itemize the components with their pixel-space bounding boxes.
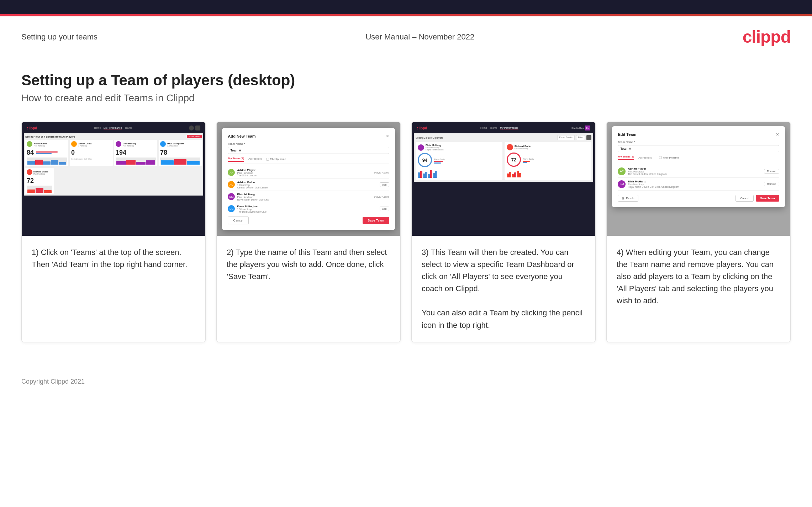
page-content: Setting up a Team of players (desktop) H… xyxy=(0,54,812,378)
modal1-avatar-2: AC xyxy=(228,181,235,188)
sc3-logo: clippd xyxy=(417,126,427,130)
modal1-player-1: AP Adrian Player Plus HandicapThe Shire … xyxy=(228,167,389,179)
modal1-filter: Filter by name xyxy=(266,158,286,161)
card-3: clippd Home Teams My Performance Blair M… xyxy=(411,122,596,342)
cards-row: clippd Home My Performance Teams Seeing … xyxy=(21,122,791,342)
page-footer: Copyright Clippd 2021 xyxy=(0,378,812,396)
screenshot-1: clippd Home My Performance Teams Seeing … xyxy=(22,122,205,236)
screenshot-2: Add New Team ✕ Team Name * My Team (2) A… xyxy=(217,122,400,236)
modal1-tabs: My Team (2) All Players Filter by name xyxy=(228,157,389,164)
modal1-cancel-btn[interactable]: Cancel xyxy=(228,217,248,224)
modal1-tab-allplayers[interactable]: All Players xyxy=(248,157,262,161)
modal1-add-player-4-btn[interactable]: Add xyxy=(380,207,389,211)
modal2-title: Edit Team xyxy=(618,132,636,137)
edit-team-modal: Edit Team ✕ Team Name * My Team (2) All … xyxy=(612,126,785,207)
modal1-team-name-input[interactable] xyxy=(228,147,389,154)
copyright-text: Copyright Clippd 2021 xyxy=(21,378,85,385)
modal2-team-name-label: Team Name * xyxy=(618,140,779,144)
modal1-player-list: AP Adrian Player Plus HandicapThe Shire … xyxy=(228,167,389,213)
sc1-avatar-2 xyxy=(71,141,77,147)
modal2-tab-myteam[interactable]: My Team (2) xyxy=(618,155,634,160)
sc1-avatar-4 xyxy=(160,141,166,147)
modal1-avatar-4: DB xyxy=(228,205,235,212)
modal2-save-btn[interactable]: Save Team xyxy=(756,195,779,202)
modal2-filter: Filter by name xyxy=(659,156,679,159)
page-title: Setting up a Team of players (desktop) xyxy=(21,72,791,89)
modal2-cancel-btn[interactable]: Cancel xyxy=(735,195,754,202)
modal1-save-btn[interactable]: Save Team xyxy=(363,217,389,224)
filter-checkbox[interactable] xyxy=(266,158,269,161)
trash-icon: 🗑 xyxy=(622,197,624,200)
sc3-player-1: Blair McHarg Plus Handicap Royal North D… xyxy=(416,142,502,180)
modal1-avatar-1: AP xyxy=(228,169,235,176)
modal1-player-3: BM Blair McHarg Plus HandicapRoyal North… xyxy=(228,191,389,203)
top-bar xyxy=(0,0,812,14)
screenshot-4: Edit Team ✕ Team Name * My Team (2) All … xyxy=(607,122,790,236)
modal1-player-3-status: Player Added xyxy=(374,196,389,198)
card-4: Edit Team ✕ Team Name * My Team (2) All … xyxy=(606,122,791,342)
modal1-player-1-status: Player Added xyxy=(374,171,389,174)
modal2-delete-btn[interactable]: 🗑 Delete xyxy=(618,195,638,202)
sc1-player-card: Dave Billingham 1.5 Handicap 78 xyxy=(159,140,202,166)
add-new-team-modal: Add New Team ✕ Team Name * My Team (2) A… xyxy=(222,128,395,230)
sc1-player-card: Blair McHarg Plus Handicap 194 xyxy=(114,140,157,166)
sc1-body: Seeing 4 out of 4 players from: All Play… xyxy=(24,133,203,196)
page-header: Setting up your teams User Manual – Nove… xyxy=(0,16,812,54)
modal2-close-icon[interactable]: ✕ xyxy=(776,132,779,137)
sc1-logo: clippd xyxy=(27,126,37,130)
sc3-pencil-icon[interactable] xyxy=(586,135,591,140)
modal1-add-player-2-btn[interactable]: Add xyxy=(380,182,389,187)
modal1-tab-myteam[interactable]: My Team (2) xyxy=(228,157,244,162)
modal1-title: Add New Team xyxy=(228,134,255,138)
card-2-description: 2) Type the name of this Team and then s… xyxy=(217,236,400,293)
modal1-player-4: DB Dave Billingham 1.5 HandicapThe Dog M… xyxy=(228,203,389,213)
sc1-player-card-5: Richard Butler Plus Handicap 72 xyxy=(25,168,54,194)
modal2-player-1: AP Adrian Player Plus HandicapThe Shire … xyxy=(618,165,779,178)
sc1-players-grid: Adrian Colba Plus Handicap 84 xyxy=(25,140,202,166)
breadcrumb-left: Setting up your teams xyxy=(21,32,97,42)
modal2-filter-checkbox[interactable] xyxy=(659,156,662,159)
modal1-close-icon[interactable]: ✕ xyxy=(386,134,389,139)
modal2-remove-player-1-btn[interactable]: Remove xyxy=(764,169,779,174)
sc1-avatar-1 xyxy=(27,141,32,147)
modal1-team-name-label: Team Name * xyxy=(228,142,389,145)
screenshot-3: clippd Home Teams My Performance Blair M… xyxy=(412,122,595,236)
logo: clippd xyxy=(743,27,791,47)
modal1-footer: Cancel Save Team xyxy=(228,217,389,224)
sc3-avatar-1 xyxy=(418,144,424,151)
card-1-description: 1) Click on 'Teams' at the top of the sc… xyxy=(22,236,205,281)
card-1: clippd Home My Performance Teams Seeing … xyxy=(21,122,206,342)
sc3-nav: Home Teams My Performance xyxy=(480,127,518,129)
modal2-footer: 🗑 Delete Cancel Save Team xyxy=(618,195,779,202)
page-subtitle: How to create and edit Teams in Clippd xyxy=(21,92,791,104)
sc1-player-card: Adrian Colba Plus Handicap 84 xyxy=(25,140,68,166)
sc1-add-team-btn[interactable]: + Add Team xyxy=(187,135,202,138)
modal2-team-name-input[interactable] xyxy=(618,145,779,152)
sc3-avatar-2 xyxy=(507,144,513,150)
card-3-description: 3) This Team will then be created. You c… xyxy=(412,236,595,342)
modal2-remove-player-2-btn[interactable]: Remove xyxy=(764,182,779,186)
modal2-tab-allplayers[interactable]: All Players xyxy=(638,156,652,159)
modal2-avatar-1: AP xyxy=(618,167,626,175)
card-2: Add New Team ✕ Team Name * My Team (2) A… xyxy=(216,122,401,342)
modal2-tabs: My Team (2) All Players Filter by name xyxy=(618,155,779,162)
modal2-player-list: AP Adrian Player Plus HandicapThe Shire … xyxy=(618,165,779,191)
sc1-avatar-3 xyxy=(116,141,121,147)
sc1-player-card: Adrian Colba 1 Handicap 0 Central London… xyxy=(70,140,113,166)
modal2-avatar-2: BM xyxy=(618,180,626,188)
card-4-description: 4) When editing your Team, you can chang… xyxy=(607,236,790,317)
modal1-avatar-3: BM xyxy=(228,193,235,200)
sc1-nav: Home My Performance Teams xyxy=(94,127,132,129)
modal1-player-2: AC Adrian Colba 1 HandicapCentral London… xyxy=(228,179,389,191)
sc1-topbar: clippd Home My Performance Teams xyxy=(24,124,203,132)
modal2-player-2: BM Blair McHarg Plus HandicapRoyal North… xyxy=(618,178,779,191)
sc3-player-2: Richard Butler Plus Handicap 72 Player Q… xyxy=(505,142,591,180)
sc1-avatar-5 xyxy=(27,169,32,175)
header-center-title: User Manual – November 2022 xyxy=(365,32,474,42)
